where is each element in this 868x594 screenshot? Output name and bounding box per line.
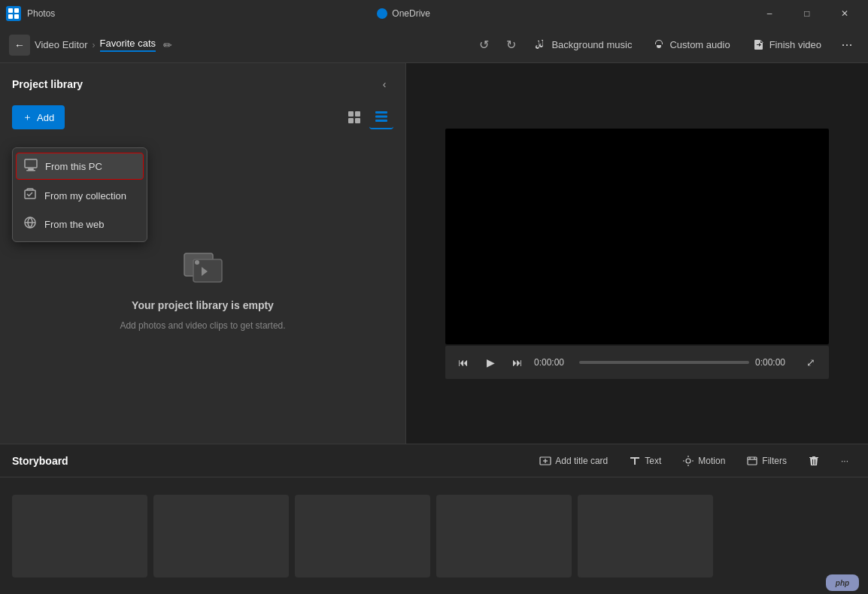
svg-rect-10 xyxy=(375,120,387,122)
svg-rect-13 xyxy=(26,170,35,171)
minimize-button[interactable]: – xyxy=(752,0,787,27)
storyboard-more-icon: ··· xyxy=(841,456,848,466)
storyboard-more-button[interactable]: ··· xyxy=(833,450,856,472)
add-title-card-label: Add title card xyxy=(555,456,608,466)
storyboard-slot-5[interactable] xyxy=(578,495,713,577)
list-view-button[interactable] xyxy=(369,105,393,129)
main-area: Project library ‹ ＋ Add xyxy=(0,63,868,444)
from-pc-option[interactable]: From this PC xyxy=(16,153,144,180)
video-preview-panel: ⏮ ▶ ⏭ 0:00:00 0:00:00 ⤢ xyxy=(406,63,868,444)
onedrive-label: OneDrive xyxy=(392,8,430,19)
svg-rect-11 xyxy=(25,159,37,168)
svg-rect-1 xyxy=(14,8,19,13)
from-collection-option[interactable]: From my collection xyxy=(13,181,147,210)
storyboard-title: Storyboard xyxy=(12,455,68,467)
video-controls: ⏮ ▶ ⏭ 0:00:00 0:00:00 ⤢ xyxy=(445,346,829,379)
text-label: Text xyxy=(645,456,661,466)
back-icon: ← xyxy=(14,39,25,51)
title-bar: Photos OneDrive – □ ✕ xyxy=(0,0,868,27)
svg-rect-5 xyxy=(355,111,360,117)
svg-rect-3 xyxy=(14,14,19,19)
toolbar: ← Video Editor › Favorite cats ✏ ↺ ↻ Bac… xyxy=(0,27,868,63)
from-web-label: From the web xyxy=(44,219,104,230)
toolbar-more-button[interactable]: ··· xyxy=(835,33,859,57)
play-icon: ▶ xyxy=(487,356,495,368)
svg-rect-6 xyxy=(348,118,354,123)
music-icon xyxy=(535,39,547,51)
more-icon: ··· xyxy=(841,37,852,53)
video-preview xyxy=(445,129,829,344)
onedrive-area: OneDrive xyxy=(377,8,430,19)
delete-button[interactable] xyxy=(800,450,827,472)
filters-button[interactable]: Filters xyxy=(739,450,794,472)
view-toggle xyxy=(342,105,393,129)
storyboard-content xyxy=(0,477,868,594)
redo-button[interactable]: ↻ xyxy=(499,33,523,57)
fullscreen-button[interactable]: ⤢ xyxy=(800,352,821,373)
delete-icon xyxy=(808,455,820,467)
empty-library-title: Your project library is empty xyxy=(132,299,274,311)
rewind-icon: ⏮ xyxy=(458,356,469,368)
project-library-title: Project library xyxy=(12,78,83,90)
current-time: 0:00:00 xyxy=(534,357,573,368)
background-music-button[interactable]: Background music xyxy=(526,33,641,57)
add-label: Add xyxy=(37,112,54,123)
motion-label: Motion xyxy=(698,456,725,466)
storyboard-panel: Storyboard Add title card Text Motion xyxy=(0,444,868,594)
list-icon xyxy=(375,110,388,123)
back-button[interactable]: ← xyxy=(9,35,30,56)
undo-button[interactable]: ↺ xyxy=(472,33,496,57)
app-icon xyxy=(6,6,21,21)
from-pc-label: From this PC xyxy=(45,161,102,172)
close-button[interactable]: ✕ xyxy=(827,0,862,27)
total-time: 0:00:00 xyxy=(755,357,794,368)
storyboard-slot-3[interactable] xyxy=(295,495,430,577)
forward-button[interactable]: ⏭ xyxy=(507,352,528,373)
svg-rect-7 xyxy=(355,118,360,123)
svg-rect-0 xyxy=(8,8,13,13)
storyboard-slot-2[interactable] xyxy=(153,495,289,577)
storyboard-slot-1[interactable] xyxy=(12,495,147,577)
breadcrumb-current: Favorite cats xyxy=(100,38,156,52)
audio-icon xyxy=(653,39,665,51)
motion-icon xyxy=(682,455,694,467)
storyboard-toolbar: Storyboard Add title card Text Motion xyxy=(0,444,868,477)
export-icon xyxy=(753,39,765,51)
fullscreen-icon: ⤢ xyxy=(806,356,815,368)
text-icon xyxy=(629,455,641,467)
undo-icon: ↺ xyxy=(479,38,489,52)
toolbar-right: ↺ ↻ Background music Custom audio Finish… xyxy=(472,33,859,57)
from-web-option[interactable]: From the web xyxy=(13,210,147,238)
plus-icon: ＋ xyxy=(23,111,32,124)
empty-library-icon xyxy=(181,246,226,290)
collection-icon xyxy=(23,187,37,204)
text-button[interactable]: Text xyxy=(621,450,669,472)
progress-bar[interactable] xyxy=(579,361,749,364)
maximize-button[interactable]: □ xyxy=(790,0,824,27)
custom-audio-button[interactable]: Custom audio xyxy=(644,33,739,57)
breadcrumb-separator: › xyxy=(93,40,96,50)
breadcrumb-parent[interactable]: Video Editor xyxy=(35,39,88,50)
empty-library-subtitle: Add photos and video clips to get starte… xyxy=(120,320,285,331)
onedrive-icon xyxy=(377,8,387,19)
library-toolbar: ＋ Add xyxy=(12,105,393,129)
storyboard-slot-4[interactable] xyxy=(436,495,572,577)
title-bar-left: Photos xyxy=(6,6,55,21)
forward-icon: ⏭ xyxy=(512,356,523,368)
rewind-button[interactable]: ⏮ xyxy=(453,352,474,373)
edit-title-icon[interactable]: ✏ xyxy=(163,39,172,51)
finish-video-button[interactable]: Finish video xyxy=(742,33,832,57)
filters-icon xyxy=(746,455,758,467)
add-media-button[interactable]: ＋ Add xyxy=(12,105,65,129)
svg-rect-4 xyxy=(348,111,354,117)
svg-rect-24 xyxy=(748,457,757,465)
web-icon xyxy=(23,216,37,232)
motion-button[interactable]: Motion xyxy=(675,450,733,472)
grid-icon xyxy=(348,111,361,124)
filters-label: Filters xyxy=(762,456,787,466)
add-title-card-button[interactable]: Add title card xyxy=(532,450,615,472)
grid-view-button[interactable] xyxy=(342,105,366,129)
collapse-panel-button[interactable]: ‹ xyxy=(375,75,393,93)
play-button[interactable]: ▶ xyxy=(480,352,501,373)
toolbar-left: ← Video Editor › Favorite cats ✏ xyxy=(9,35,466,56)
